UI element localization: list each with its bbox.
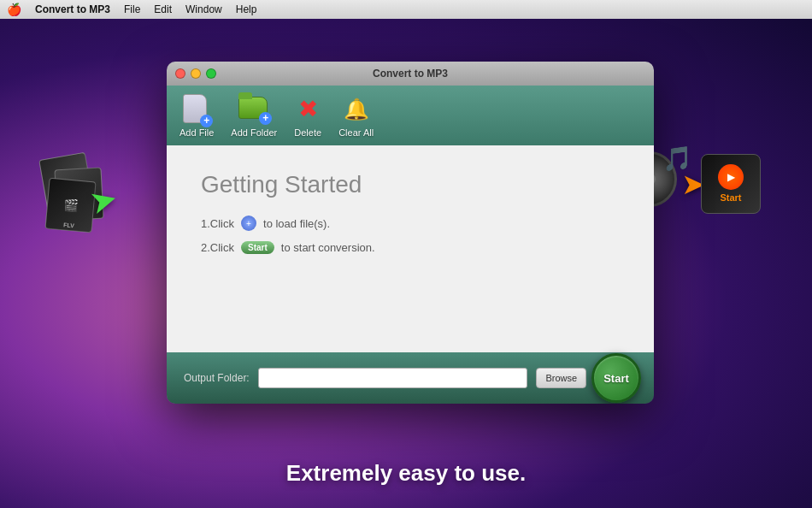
instruction-1-suffix: to load file(s). bbox=[263, 217, 330, 230]
edit-menu[interactable]: Edit bbox=[154, 3, 172, 15]
add-file-button[interactable]: + Add File bbox=[179, 94, 214, 138]
titlebar: Convert to MP3 bbox=[167, 62, 654, 86]
help-menu[interactable]: Help bbox=[236, 3, 257, 15]
clear-all-button[interactable]: 🔔 Clear All bbox=[338, 94, 374, 138]
mp3-play-icon: ▶ bbox=[718, 164, 744, 190]
content-area: Getting Started 1.Click + to load file(s… bbox=[167, 145, 654, 352]
bottom-bar: Output Folder: Browse Open Start bbox=[167, 352, 654, 404]
add-file-icon: + bbox=[181, 94, 212, 125]
desktop: 🎬 VO 🎬 RMV 🎬 FLV ➤ 🎵 ➤ bbox=[0, 19, 812, 508]
getting-started-title: Getting Started bbox=[201, 171, 620, 198]
add-folder-label: Add Folder bbox=[231, 127, 277, 138]
mp3-label: Start bbox=[720, 192, 741, 203]
instruction-2: 2.Click Start to start conversion. bbox=[201, 241, 620, 254]
instruction-1: 1.Click + to load file(s). bbox=[201, 216, 620, 231]
menubar: 🍎 Convert to MP3 File Edit Window Help bbox=[0, 0, 812, 19]
output-folder-label: Output Folder: bbox=[184, 372, 250, 384]
instruction-1-text: 1.Click bbox=[201, 217, 234, 230]
bottom-tagline: Extremely easy to use. bbox=[0, 460, 812, 487]
output-folder-input[interactable] bbox=[258, 368, 528, 388]
app-window: Convert to MP3 + Add File bbox=[167, 62, 654, 404]
start-button[interactable]: Start bbox=[591, 353, 641, 403]
clear-all-icon: 🔔 bbox=[343, 94, 370, 125]
toolbar: + Add File + Add Folder ✖ bbox=[167, 86, 654, 145]
load-mini-icon: + bbox=[241, 216, 256, 231]
app-menu-name[interactable]: Convert to MP3 bbox=[35, 3, 110, 15]
start-mini-button: Start bbox=[241, 241, 274, 254]
delete-button[interactable]: ✖ Delete bbox=[294, 94, 321, 138]
add-folder-icon: + bbox=[238, 94, 269, 125]
file-menu[interactable]: File bbox=[124, 3, 140, 15]
clear-all-label: Clear All bbox=[338, 127, 374, 138]
window-controls bbox=[175, 68, 216, 79]
window-title: Convert to MP3 bbox=[373, 68, 448, 80]
instruction-2-text: 2.Click bbox=[201, 241, 234, 254]
music-note-icon: 🎵 bbox=[662, 145, 692, 173]
add-file-label: Add File bbox=[179, 127, 214, 138]
close-button[interactable] bbox=[175, 68, 185, 79]
delete-icon: ✖ bbox=[294, 94, 321, 125]
browse-button[interactable]: Browse bbox=[536, 368, 586, 388]
window-menu[interactable]: Window bbox=[185, 3, 222, 15]
left-film-stack: 🎬 VO 🎬 RMV 🎬 FLV ➤ bbox=[43, 156, 128, 258]
add-folder-button[interactable]: + Add Folder bbox=[231, 94, 277, 138]
minimize-button[interactable] bbox=[191, 68, 201, 79]
maximize-button[interactable] bbox=[206, 68, 216, 79]
instruction-2-suffix: to start conversion. bbox=[281, 241, 375, 254]
apple-menu[interactable]: 🍎 bbox=[7, 3, 21, 16]
delete-label: Delete bbox=[294, 127, 321, 138]
mp3-file-icon: ▶ Start bbox=[701, 154, 761, 214]
